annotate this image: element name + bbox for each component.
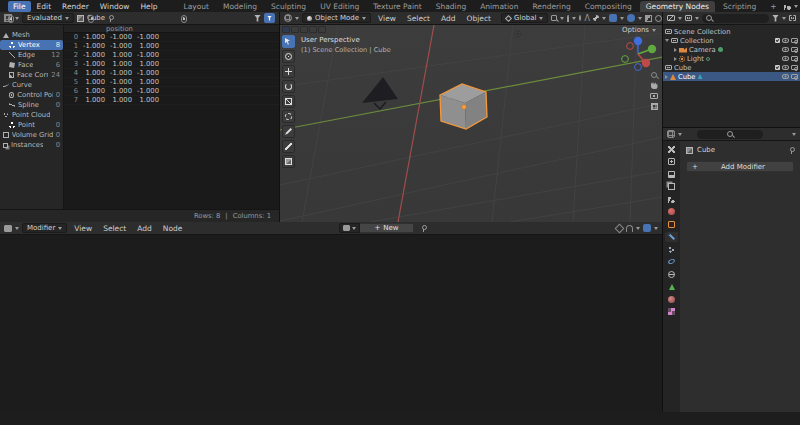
tool-select-box[interactable] bbox=[282, 35, 295, 48]
pin-icon[interactable] bbox=[108, 15, 113, 22]
gizmos-toggle-icon[interactable] bbox=[609, 14, 617, 22]
new-collection-icon[interactable] bbox=[789, 15, 796, 21]
filter-toggle-button[interactable] bbox=[264, 13, 275, 23]
outliner-row-cube-collection[interactable]: Cube bbox=[663, 63, 800, 72]
outliner-row-cube-selected[interactable]: Cube bbox=[663, 72, 800, 81]
disable-render-icon[interactable] bbox=[791, 38, 798, 43]
hide-viewport-icon[interactable] bbox=[782, 47, 789, 52]
overflow-toggle-icon[interactable] bbox=[300, 26, 308, 33]
tab-geometry-nodes[interactable]: Geometry Nodes bbox=[640, 1, 715, 12]
disable-render-icon[interactable] bbox=[791, 74, 798, 79]
perspective-toggle-icon[interactable] bbox=[651, 103, 658, 110]
scene-selector[interactable]: Scene × bbox=[784, 2, 800, 10]
pin-icon[interactable] bbox=[421, 225, 426, 232]
outliner-row-camera[interactable]: Camera bbox=[663, 45, 800, 54]
tab-layout[interactable]: Layout bbox=[177, 1, 215, 12]
domain-volume-grids[interactable]: Volume Grids0 bbox=[0, 130, 63, 140]
disclosure-closed-icon[interactable] bbox=[674, 57, 677, 61]
hide-viewport-icon[interactable] bbox=[782, 56, 789, 61]
domain-group-mesh[interactable]: Mesh bbox=[0, 30, 63, 40]
domain-group-curve[interactable]: Curve bbox=[0, 80, 63, 90]
node-menu-select[interactable]: Select bbox=[99, 224, 130, 233]
table-row[interactable]: 2-1.0001.000-1.000 bbox=[64, 51, 279, 60]
disable-render-icon[interactable] bbox=[791, 47, 798, 52]
tab-texture[interactable] bbox=[665, 307, 678, 317]
node-editor-type-icon[interactable] bbox=[4, 225, 12, 232]
outliner-search-input[interactable] bbox=[702, 14, 769, 23]
viewport-menu-select[interactable]: Select bbox=[403, 14, 434, 23]
node-menu-node[interactable]: Node bbox=[159, 224, 187, 233]
tool-cursor[interactable] bbox=[282, 50, 295, 63]
gizmo-y-axis[interactable] bbox=[648, 45, 656, 53]
browse-node-group-dropdown[interactable] bbox=[339, 223, 360, 233]
menu-render[interactable]: Render bbox=[57, 1, 94, 12]
tab-particles[interactable] bbox=[665, 244, 678, 254]
tool-scale[interactable] bbox=[282, 95, 295, 108]
tool-measure[interactable] bbox=[282, 140, 295, 153]
overlays-toggle-icon[interactable] bbox=[627, 14, 635, 22]
viewport-canvas[interactable] bbox=[280, 25, 663, 222]
snap-node-icon[interactable] bbox=[615, 223, 625, 233]
tab-texture-paint[interactable]: Texture Paint bbox=[367, 1, 427, 12]
gizmo-x-neg[interactable] bbox=[627, 43, 634, 50]
disclosure-open-icon[interactable] bbox=[665, 39, 669, 42]
collection-checkbox[interactable] bbox=[775, 65, 780, 70]
domain-point[interactable]: Point0 bbox=[0, 120, 63, 130]
viewport-editor-type-icon[interactable] bbox=[284, 14, 292, 22]
collection-checkbox[interactable] bbox=[775, 38, 780, 43]
tab-object[interactable] bbox=[665, 219, 678, 229]
mode-dropdown[interactable]: Object Mode bbox=[302, 13, 371, 23]
pin-icon[interactable] bbox=[789, 147, 794, 154]
menu-edit[interactable]: Edit bbox=[32, 1, 57, 12]
menu-help[interactable]: Help bbox=[135, 1, 162, 12]
tab-view-layer[interactable] bbox=[665, 182, 678, 192]
pivot-point-icon[interactable] bbox=[593, 15, 599, 21]
shading-wireframe-icon[interactable] bbox=[655, 15, 662, 22]
table-row[interactable]: 51.000-1.0001.000 bbox=[64, 78, 279, 87]
tool-annotate[interactable] bbox=[282, 125, 295, 138]
breadcrumb-object-name[interactable]: Cube bbox=[697, 146, 715, 154]
tab-sculpting[interactable]: Sculpting bbox=[265, 1, 312, 12]
outliner-row-collection[interactable]: Collection bbox=[663, 36, 800, 45]
domain-control-point[interactable]: Control Point0 bbox=[0, 90, 63, 100]
falloff-icon[interactable]: Λ bbox=[584, 14, 589, 23]
domain-instances[interactable]: Instances0 bbox=[0, 140, 63, 150]
dataset-dropdown[interactable]: Evaluated bbox=[22, 13, 74, 23]
domain-face-corner[interactable]: Face Corner24 bbox=[0, 70, 63, 80]
tab-animation[interactable]: Animation bbox=[474, 1, 524, 12]
gizmo-y-neg[interactable] bbox=[622, 56, 629, 63]
tab-modeling[interactable]: Modeling bbox=[217, 1, 263, 12]
domain-group-point-cloud[interactable]: Point Cloud bbox=[0, 110, 63, 120]
add-modifier-button[interactable]: + Add Modifier bbox=[686, 161, 794, 172]
viewport-options-dropdown[interactable]: Options bbox=[622, 26, 656, 34]
viewport-menu-view[interactable]: View bbox=[374, 14, 400, 23]
outliner-editor-type-icon[interactable] bbox=[667, 15, 675, 21]
snap-target-icon[interactable] bbox=[551, 15, 557, 21]
table-row[interactable]: 41.000-1.000-1.000 bbox=[64, 69, 279, 78]
tab-rendering[interactable]: Rendering bbox=[526, 1, 576, 12]
geometry-node-editor[interactable]: Modifier View Select Add Node + New bbox=[0, 222, 663, 412]
cube-object[interactable] bbox=[440, 84, 487, 129]
overflow-toggle-icon[interactable] bbox=[291, 26, 299, 33]
tool-transform[interactable] bbox=[282, 110, 295, 123]
gizmo-x-axis[interactable] bbox=[642, 59, 650, 67]
hide-viewport-icon[interactable] bbox=[782, 74, 789, 79]
node-menu-view[interactable]: View bbox=[70, 224, 96, 233]
overflow-toggle-icon[interactable] bbox=[282, 26, 290, 33]
tab-shading[interactable]: Shading bbox=[430, 1, 472, 12]
tab-output[interactable] bbox=[665, 169, 678, 179]
menu-window[interactable]: Window bbox=[95, 1, 135, 12]
table-row[interactable]: 0-1.000-1.000-1.000 bbox=[64, 33, 279, 42]
tab-uv-editing[interactable]: UV Editing bbox=[314, 1, 365, 12]
camera-view-icon[interactable] bbox=[650, 93, 658, 99]
camera-object[interactable] bbox=[362, 77, 398, 103]
tab-scripting[interactable]: Scripting bbox=[717, 1, 762, 12]
tool-add-cube[interactable] bbox=[282, 155, 295, 168]
table-row[interactable]: 61.0001.000-1.000 bbox=[64, 87, 279, 96]
tab-compositing[interactable]: Compositing bbox=[579, 1, 638, 12]
domain-edge[interactable]: Edge12 bbox=[0, 50, 63, 60]
tab-material[interactable] bbox=[665, 294, 678, 304]
column-header-position[interactable]: position bbox=[64, 25, 279, 33]
outliner-filter-icon[interactable] bbox=[772, 15, 779, 22]
disable-render-icon[interactable] bbox=[791, 65, 798, 70]
